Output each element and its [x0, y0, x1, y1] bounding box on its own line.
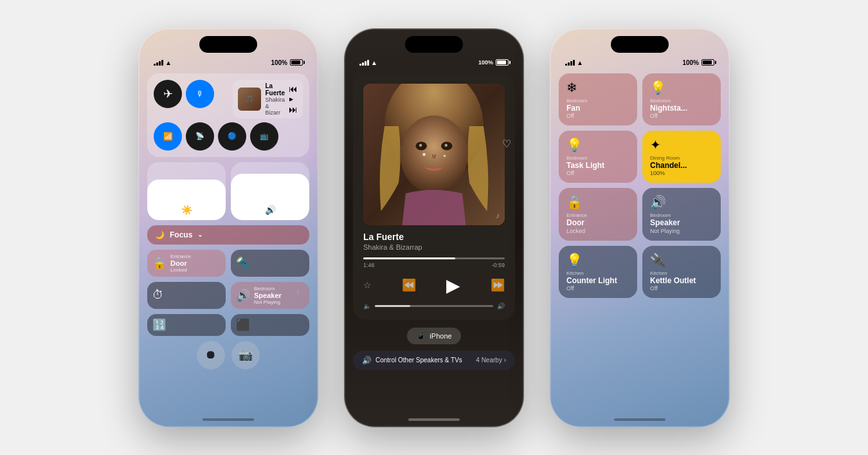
vol-max-icon: 🔊: [497, 302, 505, 310]
fan-room: Bedroom: [566, 98, 629, 104]
battery-area-2: 100%: [478, 59, 509, 66]
svg-point-6: [445, 144, 448, 146]
kettle-outlet-tile[interactable]: 🔌 Kitchen Kettle Outlet Off: [642, 246, 721, 298]
airplane-mode-button[interactable]: ✈: [154, 80, 182, 108]
bedroom-speaker-tile-3[interactable]: 🔊 Bedroom Speaker Not Playing: [642, 188, 721, 240]
calculator-button[interactable]: 🔢: [147, 314, 226, 336]
vol-min-icon: 🔈: [363, 302, 371, 310]
entrance-door-tile-3[interactable]: 🔒 Entrance Door Locked: [559, 188, 637, 240]
speaker-status-3: Not Playing: [650, 228, 713, 234]
wifi-icon-2: ▲: [371, 59, 377, 66]
task-light-name: Task Light: [566, 161, 629, 170]
device-pill[interactable]: 📱 iPhone: [407, 328, 460, 344]
entrance-name-label: Door: [170, 259, 191, 267]
kettle-name: Kettle Outlet: [650, 276, 713, 285]
bedroom-fan-tile[interactable]: ❄ Bedroom Fan Off: [559, 73, 637, 125]
screen-button[interactable]: ⬛: [231, 314, 309, 336]
svg-point-5: [419, 144, 422, 146]
progress-bar[interactable]: 1:46 -0:59: [363, 257, 505, 268]
entrance-door-tile[interactable]: 🔒 Entrance Door Locked: [147, 250, 226, 277]
kettle-status: Off: [650, 285, 713, 292]
counter-room: Kitchen: [566, 270, 629, 276]
wifi-toggle[interactable]: 📶: [154, 122, 182, 151]
battery-icon-2: [496, 59, 509, 66]
bedroom-speaker-tile[interactable]: 🔊 Bedroom Speaker Not Playing: [231, 282, 309, 309]
forward-button[interactable]: ⏩: [491, 278, 505, 292]
signal-area-2: ▲: [359, 59, 377, 66]
focus-tile[interactable]: 🌙 Focus ⌄: [147, 225, 309, 245]
track-artist-1: Shakira & Bizarr: [265, 97, 285, 116]
bedroom-nightstand-tile[interactable]: 💡 Bedroom Nightsta... Off: [642, 73, 721, 125]
chandelier-icon: ✦: [650, 137, 713, 153]
calculator-icon: 🔢: [152, 318, 167, 332]
camera-button[interactable]: 📷: [231, 341, 260, 369]
play-pause-button[interactable]: ▶: [446, 275, 460, 296]
counter-name: Counter Light: [566, 276, 629, 285]
brightness-slider[interactable]: ☀️: [147, 162, 226, 220]
task-light-tile[interactable]: 💡 Bedroom Task Light Off: [559, 131, 637, 183]
speaker-room-3: Bedroom: [650, 212, 713, 218]
music-player-content: ♪ ♡ La Fuerte Shakira & Bizarrap 1:46 -0…: [353, 73, 515, 414]
volume-slider[interactable]: 🔊: [231, 162, 309, 220]
home-tiles-grid: ❄ Bedroom Fan Off 💡 Bedroom Nightsta... …: [559, 73, 721, 299]
wifi-icon-1: ▲: [165, 59, 172, 66]
entrance-room-label: Entrance: [170, 254, 191, 259]
nightstand-icon: 💡: [650, 80, 713, 95]
volume-icon: 🔊: [265, 205, 276, 215]
speakers-bar[interactable]: 🔊 Control Other Speakers & TVs 4 Nearby …: [353, 351, 515, 370]
device-selector[interactable]: 📱 iPhone: [353, 328, 515, 344]
heart-icon-music[interactable]: ♡: [502, 138, 511, 150]
counter-light-icon: 💡: [566, 252, 629, 268]
battery-percent-3: 100%: [682, 59, 699, 66]
brightness-icon: ☀️: [181, 205, 192, 215]
fan-icon: ❄: [566, 80, 629, 95]
music-controls: ☆ ⏪ ▶ ⏩: [363, 275, 505, 296]
chandelier-status: 100%: [650, 170, 713, 176]
battery-icon-1: [290, 59, 303, 66]
battery-percent-1: 100%: [271, 59, 287, 66]
rewind-button[interactable]: ⏪: [402, 278, 416, 292]
mini-controls[interactable]: ⏮ ▶ ⏭: [289, 84, 298, 115]
bluetooth-toggle[interactable]: 🔵: [218, 122, 246, 151]
speakers-label: Control Other Speakers & TVs: [375, 357, 462, 364]
battery-percent-2: 100%: [478, 59, 493, 66]
podcast-button[interactable]: 🎙: [186, 80, 214, 108]
speakers-icon: 🔊: [362, 356, 372, 365]
task-light-room: Bedroom: [566, 155, 629, 161]
torch-button[interactable]: 🔦: [231, 250, 309, 277]
speaker-icon-1: 🔊: [236, 288, 250, 302]
now-playing-art: 🎵: [238, 88, 261, 111]
svg-point-8: [444, 154, 446, 156]
music-card: ♪ ♡ La Fuerte Shakira & Bizarrap 1:46 -0…: [353, 73, 515, 320]
album-art-face: [363, 84, 505, 225]
airplay-toggle[interactable]: 📺: [250, 122, 278, 151]
entrance-status-label: Locked: [170, 267, 191, 273]
phone-3: ▲ 100% ♡ ♪ ⌂ ❄ Bedroom Fan Off 💡 Bedroo: [550, 28, 730, 427]
screen-record-button[interactable]: ⏺: [197, 341, 225, 369]
signal-icon-2: [359, 60, 369, 66]
phone1-control-center: ✈ 🎙 🎵 La Fuerte Shakira & Bizarr ⏮ ▶ ⏭: [147, 73, 309, 414]
entrance-name-3: Door: [566, 218, 629, 227]
chandelier-room: Dining Room: [650, 155, 713, 161]
lock-icon-1: 🔒: [152, 256, 167, 270]
kettle-icon: 🔌: [650, 252, 713, 268]
nightstand-status: Off: [650, 113, 713, 119]
speaker-icon-3: 🔊: [650, 194, 713, 210]
cellular-toggle[interactable]: 📡: [186, 122, 214, 151]
speaker-status-label: Not Playing: [254, 299, 282, 305]
volume-bar[interactable]: 🔈 🔊: [363, 302, 505, 310]
track-info: La Fuerte Shakira & Bizarrap: [363, 232, 505, 251]
chandelier-name: Chandel...: [650, 161, 713, 170]
progress-fill: [363, 257, 455, 259]
entrance-status-3: Locked: [566, 228, 629, 234]
counter-light-tile[interactable]: 💡 Kitchen Counter Light Off: [559, 246, 637, 298]
home-tiles-content: ♡ ♪ ⌂ ❄ Bedroom Fan Off 💡 Bedroom Nights…: [559, 73, 721, 414]
phone-1: ▲ 100% ✈ 🎙 🎵: [138, 28, 318, 427]
speakers-bar-left: 🔊 Control Other Speakers & TVs: [362, 356, 462, 365]
timer-button[interactable]: ⏱: [147, 282, 226, 309]
vol-fill: [375, 305, 410, 307]
chandelier-tile[interactable]: ✦ Dining Room Chandel... 100%: [642, 131, 721, 183]
favorite-button[interactable]: ☆: [363, 280, 372, 290]
focus-label: Focus: [170, 230, 192, 239]
fan-name: Fan: [566, 104, 629, 113]
